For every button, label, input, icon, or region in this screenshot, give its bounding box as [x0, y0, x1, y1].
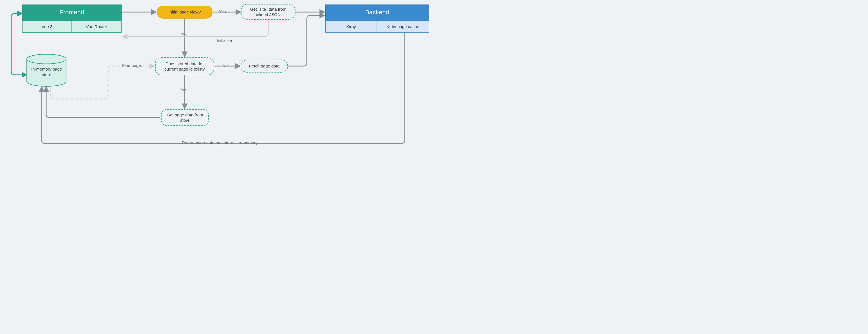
edge-label-no2: No — [222, 63, 228, 68]
frontend-header: Frontend — [22, 4, 122, 20]
edge-label-yes2: Yes — [180, 87, 187, 92]
backend-sub-kirby: Kirby — [325, 20, 377, 33]
node-store-label: In-memory page store — [31, 67, 62, 77]
edge-label-yes1: Yes — [219, 9, 226, 14]
frontend-sub-router-label: Vue Router — [86, 24, 107, 29]
backend-sub-kirby-label: Kirby — [346, 24, 356, 29]
edge-label-return-store: Return page data and store it in-memory — [182, 140, 257, 145]
backend-sub-cache-label: Kirby page cache — [387, 24, 420, 29]
node-get-site-label: Get `site` data from inlined JSON — [247, 6, 290, 18]
svg-point-1 — [27, 54, 66, 64]
diagram-stage: Frontend Vue 3 Vue Router Backend Kirby … — [0, 0, 434, 167]
frontend-title: Frontend — [59, 9, 84, 16]
edge-label-no1: No — [181, 32, 187, 36]
backend-header: Backend — [325, 4, 429, 20]
edge-label-initialize: Initialize — [217, 38, 232, 43]
frontend-sub-router: Vue Router — [71, 20, 122, 33]
node-get-from-store: Get page data from store — [161, 109, 209, 126]
node-fetch-page-data: Fetch page data — [241, 60, 288, 72]
node-in-memory-store: In-memory page store — [30, 66, 63, 77]
node-get-site-data: Get `site` data from inlined JSON — [241, 4, 296, 20]
node-initial-page-view: Initial page view? — [157, 6, 213, 19]
frontend-sub-vue-label: Vue 3 — [42, 24, 53, 29]
frontend-sub-vue: Vue 3 — [22, 20, 72, 33]
node-stored-data-exists: Does stored data for current page id exi… — [155, 57, 214, 75]
svg-point-0 — [27, 54, 66, 64]
node-fetch-label: Fetch page data — [249, 63, 279, 69]
backend-sub-cache: Kirby page cache — [377, 20, 429, 33]
node-get-from-store-label: Get page data from store — [166, 112, 203, 123]
node-initial-label: Initial page view? — [168, 9, 201, 15]
node-stored-exists-label: Does stored data for current page id exi… — [161, 61, 209, 72]
edge-label-find-page: Find page — [122, 63, 141, 68]
backend-title: Backend — [365, 9, 389, 16]
